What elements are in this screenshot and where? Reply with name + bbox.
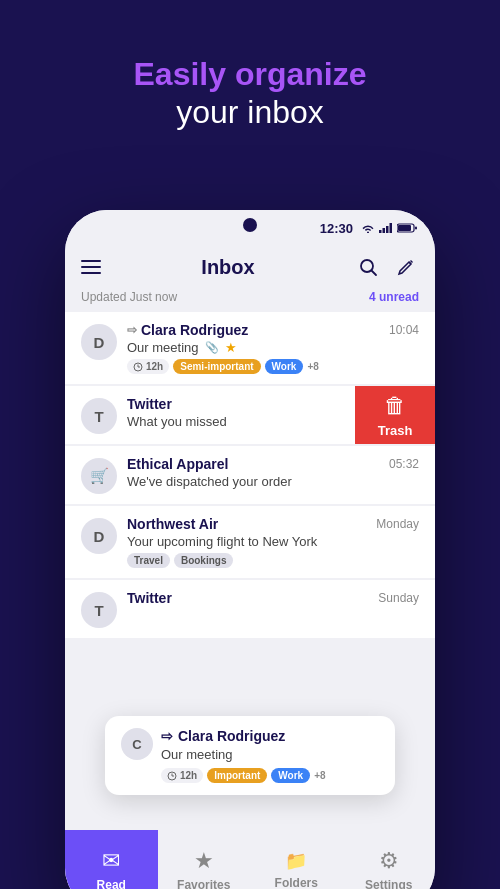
email-item-twitter2[interactable]: T Twitter Sunday: [65, 580, 435, 638]
email-list: D ⇨ Clara Rodriguez 10:04 Our meeting 📎 …: [65, 312, 435, 638]
email-top-twitter: Twitter: [127, 396, 339, 412]
email-item-northwest[interactable]: D Northwest Air Monday Your upcoming fli…: [65, 506, 435, 578]
email-sender-twitter2: Twitter: [127, 590, 172, 606]
email-time-ethical: 05:32: [389, 457, 419, 471]
tag-semi-important: Semi-important: [173, 359, 260, 374]
attachment-icon: 📎: [205, 341, 219, 354]
status-time: 12:30: [320, 221, 353, 236]
menu-button[interactable]: [81, 260, 101, 274]
tooltip-tags: 12h Important Work +8: [161, 768, 379, 783]
read-icon: ✉: [102, 848, 120, 874]
email-sender-ethical: Ethical Apparel: [127, 456, 228, 472]
email-time-twitter2: Sunday: [378, 591, 419, 605]
email-subject-northwest: Your upcoming flight to New York: [127, 534, 419, 549]
avatar-northwest: D: [81, 518, 117, 554]
phone-mockup: 12:30 Inbox: [65, 210, 435, 889]
hero-title-line1: Easily organize: [0, 55, 500, 93]
email-item-clara[interactable]: D ⇨ Clara Rodriguez 10:04 Our meeting 📎 …: [65, 312, 435, 384]
email-item-twitter-swipe[interactable]: T Twitter What you missed 🗑 Trash: [65, 386, 435, 444]
svg-rect-5: [398, 225, 411, 231]
avatar-twitter2: T: [81, 592, 117, 628]
avatar-clara: D: [81, 324, 117, 360]
favorites-icon: ★: [194, 848, 214, 874]
status-bar: 12:30: [65, 210, 435, 246]
tooltip-tag-work: Work: [271, 768, 310, 783]
email-subject-clara: Our meeting 📎 ★: [127, 340, 419, 355]
email-sender-clara: ⇨ Clara Rodriguez: [127, 322, 248, 338]
svg-line-8: [372, 271, 377, 276]
tag-bookings: Bookings: [174, 553, 234, 568]
email-time-clara: 10:04: [389, 323, 419, 337]
email-content-clara: ⇨ Clara Rodriguez 10:04 Our meeting 📎 ★ …: [127, 322, 419, 374]
tooltip-forward-icon: ⇨: [161, 728, 173, 744]
nav-read[interactable]: ✉ Read: [65, 830, 158, 889]
hero-title-line2: your inbox: [0, 93, 500, 131]
svg-rect-1: [383, 228, 386, 233]
tag-travel: Travel: [127, 553, 170, 568]
email-body-twitter: T Twitter What you missed: [65, 386, 355, 444]
email-sender-twitter: Twitter: [127, 396, 172, 412]
email-subject-ethical: We've dispatched your order: [127, 474, 419, 489]
status-icons: [361, 223, 417, 233]
tooltip-tag-important: Important: [207, 768, 267, 783]
svg-rect-0: [379, 230, 382, 233]
nav-settings[interactable]: ⚙ Settings: [343, 830, 436, 889]
tag-timer: 12h: [127, 359, 169, 374]
search-button[interactable]: [355, 254, 381, 280]
trash-icon: 🗑: [384, 393, 406, 419]
inbox-title: Inbox: [201, 256, 254, 279]
compose-button[interactable]: [393, 254, 419, 280]
fade-overlay: [65, 790, 435, 830]
trash-action[interactable]: 🗑 Trash: [355, 386, 435, 444]
hero-section: Easily organize your inbox: [0, 0, 500, 162]
nav-favorites-label: Favorites: [177, 878, 230, 889]
folders-icon: 📁: [285, 850, 307, 872]
svg-rect-2: [386, 226, 389, 233]
email-content-northwest: Northwest Air Monday Your upcoming fligh…: [127, 516, 419, 568]
tooltip-top: ⇨ Clara Rodriguez: [161, 728, 379, 744]
svg-rect-3: [390, 223, 393, 233]
nav-favorites[interactable]: ★ Favorites: [158, 830, 251, 889]
email-time-northwest: Monday: [376, 517, 419, 531]
nav-folders-label: Folders: [275, 876, 318, 889]
tooltip-content: ⇨ Clara Rodriguez Our meeting 12h Import…: [161, 728, 379, 783]
email-top-northwest: Northwest Air Monday: [127, 516, 419, 532]
battery-icon: [397, 223, 417, 233]
email-top-clara: ⇨ Clara Rodriguez 10:04: [127, 322, 419, 338]
avatar-twitter: T: [81, 398, 117, 434]
tag-work: Work: [265, 359, 304, 374]
tooltip-header: C ⇨ Clara Rodriguez Our meeting 12h: [121, 728, 379, 783]
nav-settings-label: Settings: [365, 878, 412, 889]
header-actions: [355, 254, 419, 280]
nav-read-label: Read: [97, 878, 126, 889]
unread-count: 4 unread: [369, 290, 419, 304]
tooltip-sender: ⇨ Clara Rodriguez: [161, 728, 285, 744]
signal-icon: [379, 223, 393, 233]
tooltip-tag-timer: 12h: [161, 768, 203, 783]
camera-notch: [243, 218, 257, 232]
email-tags-northwest: Travel Bookings: [127, 553, 419, 568]
email-content-twitter2: Twitter Sunday: [127, 590, 419, 608]
star-icon: ★: [225, 340, 237, 355]
update-bar: Updated Just now 4 unread: [65, 286, 435, 312]
email-item-ethical[interactable]: 🛒 Ethical Apparel 05:32 We've dispatched…: [65, 446, 435, 504]
trash-label: Trash: [378, 423, 413, 438]
tooltip-subject: Our meeting: [161, 747, 379, 762]
app-header: Inbox: [65, 246, 435, 286]
email-top-ethical: Ethical Apparel 05:32: [127, 456, 419, 472]
email-subject-twitter: What you missed: [127, 414, 339, 429]
tooltip-avatar: C: [121, 728, 153, 760]
email-content-ethical: Ethical Apparel 05:32 We've dispatched y…: [127, 456, 419, 493]
email-tags-clara: 12h Semi-important Work +8: [127, 359, 419, 374]
email-content-twitter: Twitter What you missed: [127, 396, 339, 433]
tooltip-tag-more: +8: [314, 770, 325, 781]
forward-icon: ⇨: [127, 323, 137, 337]
email-sender-northwest: Northwest Air: [127, 516, 218, 532]
bottom-nav: ✉ Read ★ Favorites 📁 Folders ⚙ Settings: [65, 830, 435, 889]
tooltip-popup: C ⇨ Clara Rodriguez Our meeting 12h: [105, 716, 395, 795]
settings-icon: ⚙: [379, 848, 399, 874]
nav-folders[interactable]: 📁 Folders: [250, 830, 343, 889]
tag-more: +8: [307, 361, 318, 372]
update-text: Updated Just now: [81, 290, 177, 304]
svg-rect-6: [415, 227, 417, 230]
